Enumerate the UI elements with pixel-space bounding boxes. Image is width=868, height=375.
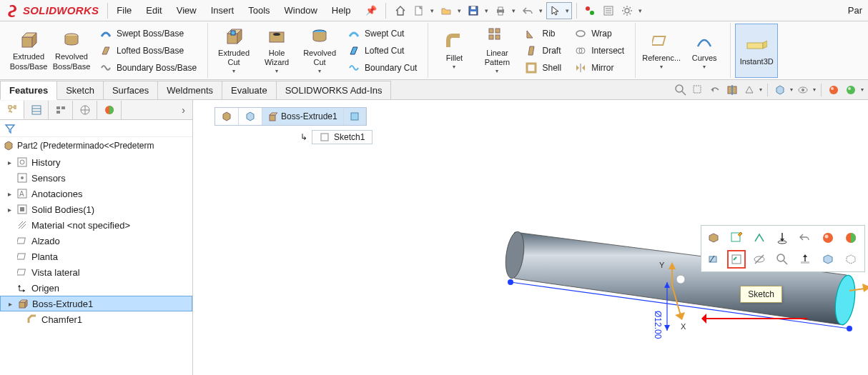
view-orientation-icon[interactable]	[742, 83, 756, 97]
pin-icon[interactable]: 📌	[360, 2, 383, 19]
configuration-manager-tab-icon[interactable]	[49, 101, 73, 119]
tab-sketch[interactable]: Sketch	[56, 81, 104, 99]
ctx-normal-plane-icon[interactable]	[796, 250, 814, 269]
ctx-edit-sketch-icon[interactable]	[727, 229, 746, 247]
ctx-appearance-scene-icon[interactable]	[842, 229, 860, 247]
boundary-boss-button[interactable]: Boundary Boss/Base	[96, 60, 200, 76]
svg-point-8	[590, 11, 594, 15]
ctx-edit-feature-icon[interactable]	[704, 229, 723, 247]
ctx-sketch-icon[interactable]	[727, 250, 746, 269]
undo-icon[interactable]	[519, 3, 536, 19]
ctx-select-other-icon[interactable]	[704, 250, 723, 269]
breadcrumb-body-icon[interactable]	[239, 108, 262, 125]
fillet-button[interactable]: Fillet▾	[433, 24, 475, 78]
svg-rect-93	[321, 134, 328, 141]
svg-rect-33	[527, 64, 536, 72]
dimxpert-tab-icon[interactable]	[73, 101, 97, 119]
menu-insert[interactable]: Insert	[205, 2, 240, 19]
tree-solid-bodies[interactable]: ▸Solid Bodies(1)	[0, 201, 192, 217]
tree-sensors[interactable]: Sensors	[0, 170, 192, 186]
breadcrumb-part-icon[interactable]	[215, 108, 239, 125]
save-icon[interactable]	[465, 3, 482, 19]
lofted-cut-button[interactable]: Lofted Cut	[344, 43, 420, 59]
extruded-cut-button[interactable]: Extruded Cut▾	[212, 24, 255, 78]
tab-surfaces[interactable]: Surfaces	[103, 81, 158, 99]
hide-show-icon[interactable]	[796, 83, 810, 97]
more-tabs-icon[interactable]: ›	[174, 104, 192, 116]
ctx-transparency-icon[interactable]	[842, 250, 860, 269]
breadcrumb-sketch1[interactable]: Sketch1	[312, 130, 373, 144]
menu-window[interactable]: Window	[279, 2, 323, 19]
tree-filter[interactable]	[0, 120, 192, 137]
menu-edit[interactable]: Edit	[140, 2, 167, 19]
tree-origen[interactable]: Origen	[0, 280, 192, 296]
linear-pattern-button[interactable]: Linear Pattern▾	[475, 24, 518, 78]
tree-boss-extrude1[interactable]: ▸Boss-Extrude1	[0, 296, 192, 311]
curves-button[interactable]: Curves▾	[683, 24, 726, 78]
diameter-dimension[interactable]: Ø12.00	[653, 311, 663, 339]
display-style-icon[interactable]	[773, 83, 787, 97]
tab-evaluate[interactable]: Evaluate	[222, 81, 277, 99]
tree-history[interactable]: ▸History	[0, 154, 192, 170]
breadcrumb-face-icon[interactable]	[344, 108, 366, 125]
tab-features[interactable]: Features	[0, 81, 57, 100]
boundary-cut-button[interactable]: Boundary Cut	[344, 60, 420, 76]
revolved-cut-button[interactable]: Revolved Cut▾	[298, 24, 341, 78]
menu-help[interactable]: Help	[326, 2, 357, 19]
display-manager-tab-icon[interactable]	[97, 101, 122, 119]
settings-gear-icon[interactable]	[618, 3, 636, 19]
feature-tree-tab-icon[interactable]	[0, 101, 24, 119]
intersect-button[interactable]: Intersect	[571, 43, 628, 59]
ctx-isolate-icon[interactable]	[819, 250, 837, 269]
svg-rect-28	[495, 29, 500, 33]
shell-button[interactable]: Shell	[521, 60, 565, 76]
rebuild-icon[interactable]	[581, 3, 598, 19]
tree-alzado[interactable]: Alzado	[0, 233, 192, 249]
rib-button[interactable]: Rib	[521, 26, 565, 41]
draft-button[interactable]: Draft	[521, 43, 565, 59]
print-icon[interactable]	[492, 3, 509, 19]
ctx-zoom-selection-icon[interactable]	[773, 250, 791, 269]
scene-icon[interactable]	[844, 83, 858, 97]
zoom-fit-icon[interactable]	[674, 83, 688, 97]
tree-chamfer1[interactable]: Chamfer1	[0, 311, 192, 327]
home-icon[interactable]	[392, 3, 409, 19]
tree-vista-lateral[interactable]: Vista lateral	[0, 264, 192, 280]
open-icon[interactable]	[438, 3, 455, 19]
extruded-boss-button[interactable]: Extruded Boss/Base	[7, 24, 50, 78]
mirror-button[interactable]: Mirror	[571, 60, 628, 76]
zoom-area-icon[interactable]	[691, 83, 705, 97]
section-view-icon[interactable]	[725, 83, 739, 97]
ctx-hide-icon[interactable]	[750, 250, 769, 269]
svg-rect-40	[747, 43, 763, 49]
menu-file[interactable]: File	[111, 2, 137, 19]
options-list-icon[interactable]	[600, 3, 617, 19]
ctx-normal-to-icon[interactable]	[773, 229, 791, 247]
tab-weldments[interactable]: Weldments	[157, 81, 222, 99]
tree-anotaciones[interactable]: ▸AAnotaciones	[0, 186, 192, 201]
select-cursor-icon[interactable]	[547, 3, 564, 19]
new-icon[interactable]	[410, 3, 428, 19]
hole-wizard-button[interactable]: Hole Wizard▾	[255, 24, 298, 78]
breadcrumb-boss-extrude1[interactable]: Boss-Extrude1	[262, 108, 344, 125]
menu-view[interactable]: View	[171, 2, 202, 19]
ctx-3dsketch-icon[interactable]	[750, 229, 769, 247]
graphics-viewport[interactable]: Boss-Extrude1 ↳ Sketch1	[193, 100, 868, 375]
wrap-button[interactable]: Wrap	[571, 26, 628, 41]
prev-view-icon[interactable]	[708, 83, 722, 97]
tab-addins[interactable]: SOLIDWORKS Add-Ins	[276, 81, 392, 99]
reference-geometry-button[interactable]: Referenc...▾	[640, 24, 683, 78]
ctx-parent-child-icon[interactable]	[796, 229, 814, 247]
lofted-boss-button[interactable]: Lofted Boss/Base	[96, 43, 200, 59]
swept-boss-button[interactable]: Swept Boss/Base	[96, 26, 200, 41]
revolved-boss-button[interactable]: Revolved Boss/Base	[50, 24, 93, 78]
swept-cut-button[interactable]: Swept Cut	[344, 26, 420, 41]
property-manager-tab-icon[interactable]	[24, 101, 49, 119]
menu-tools[interactable]: Tools	[242, 2, 275, 19]
tree-root[interactable]: Part2 (Predeterminado<<Predeterm	[0, 137, 192, 154]
tree-planta[interactable]: Planta	[0, 249, 192, 264]
instant3d-button[interactable]: Instant3D	[735, 24, 778, 78]
ctx-appearance-icon[interactable]	[819, 229, 837, 247]
tree-material[interactable]: Material <not specified>	[0, 217, 192, 233]
appearance-icon[interactable]	[827, 83, 841, 97]
